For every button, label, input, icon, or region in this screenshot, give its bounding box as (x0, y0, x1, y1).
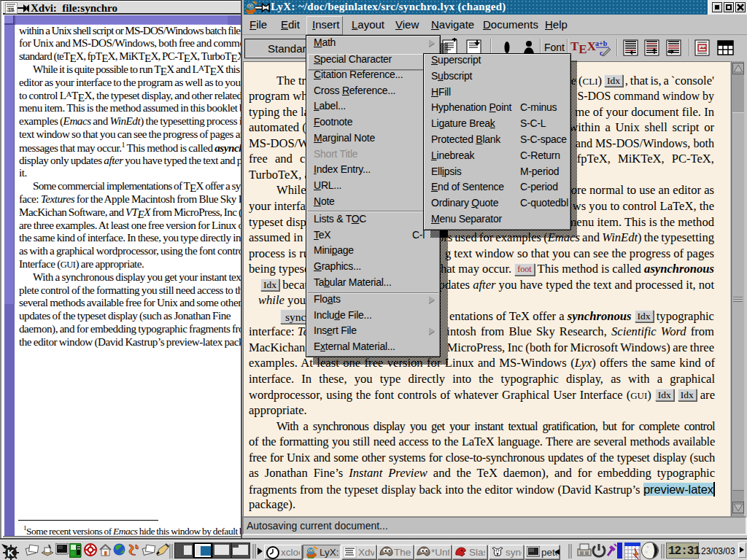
svg-text:a+b: a+b (595, 39, 608, 47)
svg-text:19: 19 (8, 7, 14, 12)
svg-text:K: K (7, 548, 15, 559)
